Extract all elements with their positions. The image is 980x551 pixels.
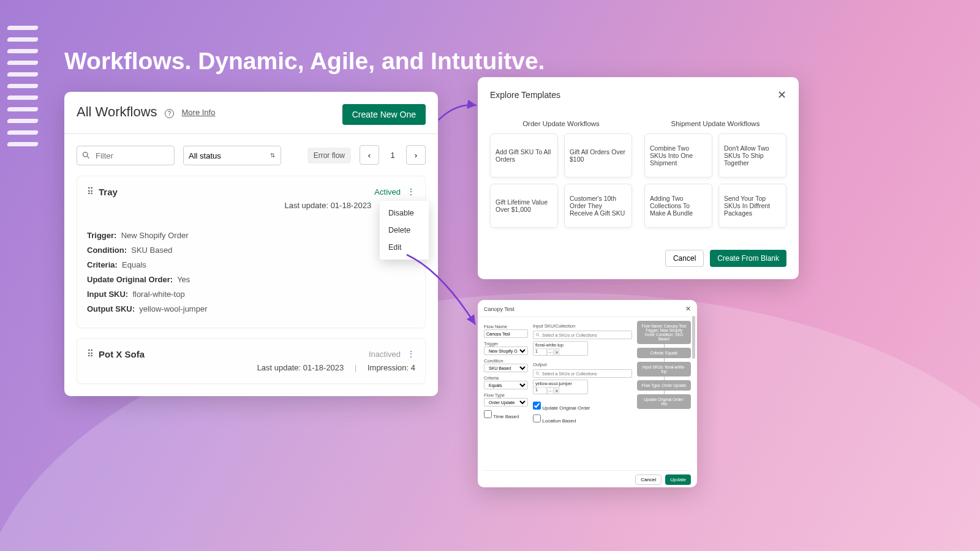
- close-icon[interactable]: ✕: [685, 305, 691, 313]
- flow-node: Input SKUs: floral-white-top: [637, 362, 691, 377]
- update-button[interactable]: Update: [665, 474, 691, 485]
- template-card[interactable]: Gift Lifetime Value Over $1,000: [490, 184, 558, 228]
- workflow-name: Pot X Sofa: [99, 349, 145, 359]
- svg-point-2: [536, 333, 538, 335]
- menu-delete[interactable]: Delete: [380, 222, 429, 239]
- arrow-icon: [404, 252, 484, 332]
- output-label: Output: [533, 362, 632, 367]
- page-title: All Workflows: [77, 104, 157, 120]
- flow-name-label: Flow Name: [484, 324, 528, 329]
- svg-line-5: [538, 374, 540, 375]
- svg-line-3: [538, 335, 540, 337]
- explore-templates-modal: Explore Templates ✕ Order Update Workflo…: [478, 77, 799, 279]
- status-badge: Actived: [374, 187, 401, 197]
- arrow-icon: [437, 102, 480, 126]
- sku-tag[interactable]: yellow-wool-jumper 1˄˅×: [533, 380, 588, 394]
- flow-type-select[interactable]: Order Update: [484, 398, 528, 407]
- update-original-checkbox[interactable]: [533, 402, 541, 410]
- input-sku-search[interactable]: [533, 331, 632, 339]
- template-card[interactable]: Combine Two SKUs Into One Shipment: [644, 133, 712, 178]
- svg-point-0: [83, 152, 88, 157]
- last-update-value: 01-18-2023: [331, 201, 372, 210]
- search-icon: [535, 332, 540, 337]
- sku-tag[interactable]: floral-white-top 1˄˅×: [533, 341, 588, 356]
- remove-tag-icon: ×: [553, 348, 560, 355]
- hero-title: Workflows. Dynamic, Agile, and Intutuitv…: [64, 48, 545, 75]
- input-sku-label: Input SKU/Collection: [533, 323, 632, 329]
- pager-prev-button[interactable]: ‹: [360, 145, 379, 165]
- info-icon[interactable]: ?: [165, 109, 174, 118]
- search-icon: [535, 371, 540, 376]
- flow-node: Flow Type: Order Update: [637, 380, 691, 391]
- col-title-shipment: Shipment Update Workflows: [644, 120, 786, 127]
- last-update-label: Last update:: [257, 363, 301, 372]
- context-menu: Disable Delete Edit: [380, 201, 429, 260]
- time-based-checkbox[interactable]: [484, 410, 492, 418]
- filter-input[interactable]: [77, 146, 175, 165]
- last-update-value: 01-18-2023: [303, 363, 344, 372]
- svg-line-1: [87, 156, 89, 158]
- workflow-details: Trigger: New Shopify Order Condition: SK…: [87, 228, 415, 317]
- drag-handle-icon[interactable]: ⠿: [87, 186, 92, 197]
- flow-editor-modal: Canopy Test ✕ Flow Name Trigger New Shop…: [478, 300, 697, 487]
- search-icon: [81, 151, 91, 160]
- workflow-item: ⠿ Tray Actived ⋮ Last update: 01-18-2023…: [77, 176, 426, 328]
- last-update-label: Last update:: [284, 201, 328, 210]
- condition-label: Condition: [484, 358, 528, 364]
- impression-label: Impression: 4: [368, 363, 415, 372]
- divider: [64, 133, 438, 134]
- flow-diagram: Flow Name: Canopy Test Trigger: New Shop…: [637, 321, 691, 469]
- template-card[interactable]: Don't Allow Two SKUs To Ship Together: [718, 133, 786, 178]
- location-based-checkbox[interactable]: [533, 414, 541, 422]
- workflows-card: All Workflows ? More Info Create New One…: [64, 92, 438, 396]
- more-info-link[interactable]: More Info: [182, 108, 216, 117]
- status-badge: Inactived: [369, 350, 401, 359]
- toolbar: All status ⇅ Error flow ‹ 1 ›: [77, 145, 426, 166]
- menu-disable[interactable]: Disable: [380, 204, 429, 222]
- condition-select[interactable]: SKU Based: [484, 364, 528, 372]
- flow-type-label: Flow Type: [484, 392, 528, 398]
- remove-tag-icon: ×: [553, 387, 560, 394]
- template-card[interactable]: Customer's 10th Order They Receive A Gif…: [564, 184, 632, 228]
- flow-node: Criteria: Equals: [637, 348, 691, 358]
- flow-name-input[interactable]: [484, 329, 528, 338]
- create-new-button[interactable]: Create New One: [342, 104, 426, 125]
- modal-title: Explore Templates: [490, 90, 560, 100]
- flow-node: Update Original Order: Yes: [637, 394, 691, 409]
- template-card[interactable]: Adding Two Collections To Make A Bundle: [644, 184, 712, 228]
- kebab-menu-button[interactable]: ⋮: [407, 187, 415, 197]
- col-title-order: Order Update Workflows: [490, 120, 632, 127]
- criteria-select[interactable]: Equals: [484, 381, 528, 389]
- workflow-name: Tray: [99, 187, 118, 197]
- criteria-label: Criteria: [484, 375, 528, 381]
- template-card[interactable]: Add Gift SKU To All Orders: [490, 133, 558, 178]
- svg-point-4: [536, 372, 538, 374]
- trigger-select[interactable]: New Shopify Order: [484, 347, 528, 355]
- template-card[interactable]: Gift All Orders Over $100: [564, 133, 632, 178]
- workflow-item: ⠿ Pot X Sofa Inactived ⋮ Last update: 01…: [77, 338, 426, 384]
- flow-node: Flow Name: Canopy Test Trigger: New Shop…: [637, 321, 691, 344]
- pager-next-button[interactable]: ›: [406, 145, 426, 165]
- pager-page: 1: [383, 145, 402, 166]
- cancel-button[interactable]: Cancel: [665, 250, 704, 267]
- drag-handle-icon[interactable]: ⠿: [87, 348, 92, 359]
- close-icon[interactable]: ✕: [777, 88, 786, 102]
- modal-title: Canopy Test: [484, 306, 514, 312]
- error-flow-chip[interactable]: Error flow: [307, 148, 351, 163]
- output-search[interactable]: [533, 369, 632, 378]
- trigger-label: Trigger: [484, 341, 528, 347]
- status-select[interactable]: All status: [183, 146, 281, 165]
- cancel-button[interactable]: Cancel: [635, 474, 662, 485]
- kebab-menu-button[interactable]: ⋮: [407, 349, 415, 359]
- create-from-blank-button[interactable]: Create From Blank: [710, 250, 786, 267]
- scrollbar[interactable]: [692, 316, 695, 359]
- template-card[interactable]: Send Your Top SKUs In Diffrent Packages: [718, 184, 786, 228]
- bg-stripes: [7, 18, 38, 154]
